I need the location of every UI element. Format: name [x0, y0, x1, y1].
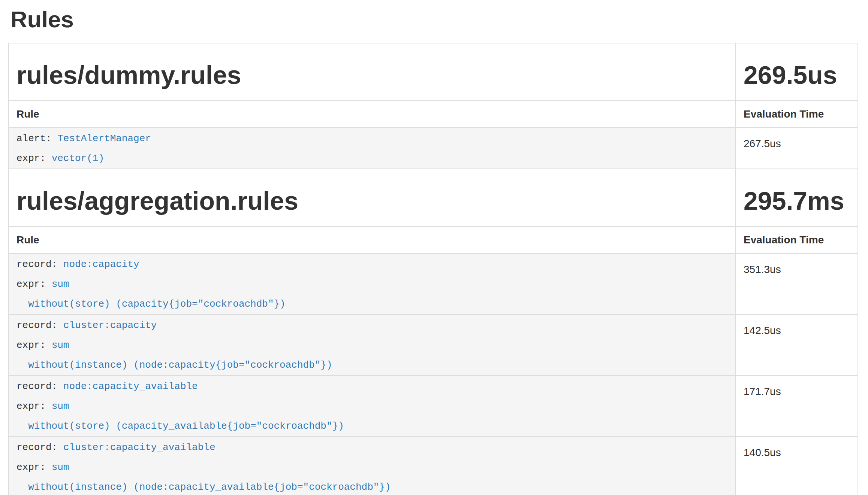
rule-expr-link[interactable]: sum: [52, 401, 69, 412]
rule-group-evaluation-time-cell: 295.7ms: [736, 169, 858, 227]
rule-cell: record: cluster:capacity_available expr:…: [9, 437, 736, 495]
rule-group-name: rules/dummy.rules: [16, 61, 729, 89]
rule-group-evaluation-time: 295.7ms: [744, 186, 852, 215]
rule-row: alert: TestAlertManager expr: vector(1)2…: [9, 128, 858, 169]
rule-expr-link[interactable]: without(store) (capacity{job="cockroachd…: [16, 298, 286, 310]
rule-group-row: rules/dummy.rules269.5us: [9, 43, 858, 101]
rule-row: record: node:capacity_available expr: su…: [9, 376, 858, 437]
rule-expr-link[interactable]: sum: [52, 279, 69, 290]
rule-cell: record: node:capacity expr: sum without(…: [9, 253, 736, 315]
rule-row: record: cluster:capacity expr: sum witho…: [9, 315, 858, 376]
rule-group-row: rules/aggregation.rules295.7ms: [9, 169, 858, 227]
column-header-row: RuleEvaluation Time: [9, 227, 858, 253]
rule-group-evaluation-time: 269.5us: [744, 61, 852, 89]
column-header-evaluation-time: Evaluation Time: [736, 101, 858, 128]
rule-cell: alert: TestAlertManager expr: vector(1): [9, 128, 736, 169]
column-header-rule: Rule: [9, 227, 736, 253]
rule-expr-link[interactable]: sum: [52, 462, 69, 473]
rule-cell: record: node:capacity_available expr: su…: [9, 376, 736, 437]
rule-text: record: node:capacity_available expr: su…: [16, 377, 729, 436]
rule-text: alert: TestAlertManager expr: vector(1): [16, 129, 729, 168]
column-header-evaluation-time: Evaluation Time: [736, 227, 858, 253]
rule-expr-link[interactable]: sum: [52, 340, 69, 351]
rule-text: record: node:capacity expr: sum without(…: [16, 255, 729, 314]
rule-group-evaluation-time-cell: 269.5us: [736, 43, 858, 101]
rule-evaluation-time: 142.5us: [736, 315, 858, 376]
rule-name-link[interactable]: cluster:capacity: [63, 320, 157, 331]
rule-expr-link[interactable]: vector(1): [52, 153, 104, 164]
rules-table: rules/dummy.rules269.5usRuleEvaluation T…: [8, 43, 858, 495]
rule-evaluation-time: 140.5us: [736, 437, 858, 495]
rule-group-name: rules/aggregation.rules: [16, 186, 729, 215]
column-header-rule: Rule: [9, 101, 736, 128]
rule-name-link[interactable]: TestAlertManager: [57, 133, 151, 144]
column-header-row: RuleEvaluation Time: [9, 101, 858, 128]
rule-expr-link[interactable]: without(store) (capacity_available{job="…: [16, 420, 344, 432]
rule-group-name-cell: rules/dummy.rules: [9, 43, 736, 101]
page-title: Rules: [10, 7, 858, 32]
rules-table-body: rules/dummy.rules269.5usRuleEvaluation T…: [9, 43, 858, 495]
rule-name-link[interactable]: node:capacity_available: [63, 381, 198, 392]
rule-name-link[interactable]: cluster:capacity_available: [63, 442, 216, 453]
rule-row: record: node:capacity expr: sum without(…: [9, 253, 858, 315]
rule-cell: record: cluster:capacity expr: sum witho…: [9, 315, 736, 376]
rule-name-link[interactable]: node:capacity: [63, 259, 139, 270]
rule-evaluation-time: 171.7us: [736, 376, 858, 437]
rule-expr-link[interactable]: without(instance) (node:capacity_availab…: [16, 482, 391, 493]
rule-group-name-cell: rules/aggregation.rules: [9, 169, 736, 227]
rule-text: record: cluster:capacity_available expr:…: [16, 438, 729, 495]
rule-evaluation-time: 267.5us: [736, 128, 858, 169]
rule-row: record: cluster:capacity_available expr:…: [9, 437, 858, 495]
rule-evaluation-time: 351.3us: [736, 253, 858, 315]
rule-text: record: cluster:capacity expr: sum witho…: [16, 316, 729, 375]
rule-expr-link[interactable]: without(instance) (node:capacity{job="co…: [16, 359, 332, 371]
